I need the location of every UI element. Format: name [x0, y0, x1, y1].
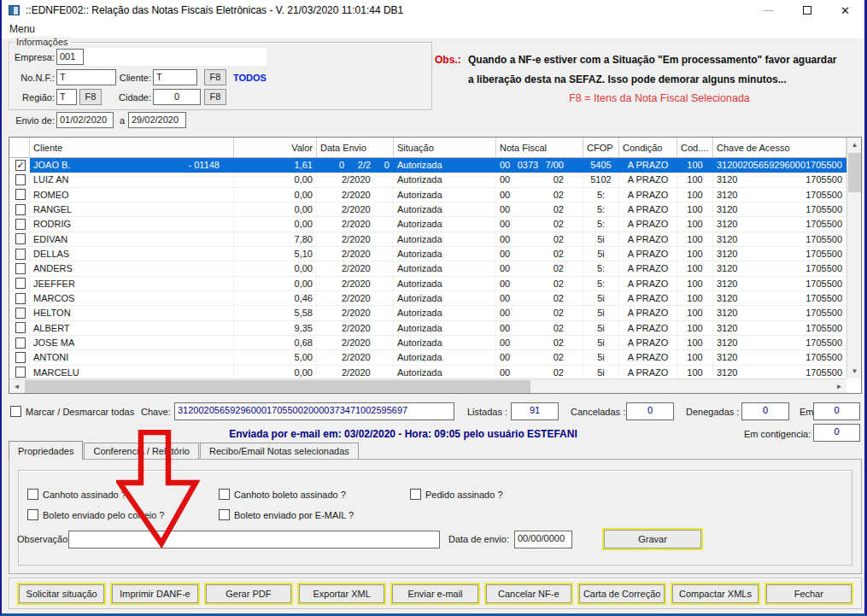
regiao-f8-button[interactable]: F8 [79, 89, 102, 105]
cell-condicao: A PRAZO [619, 188, 677, 202]
menu-item-menu[interactable]: Menu [2, 21, 43, 38]
chave-input[interactable]: 3120020565929600017055002000037347100259… [174, 402, 454, 420]
compactar-xmls-button[interactable]: Compactar XMLs [672, 584, 758, 603]
boleto-correio-checkbox[interactable] [27, 509, 38, 520]
gravar-button[interactable]: Gravar [604, 530, 701, 549]
column-header-cliente[interactable]: Cliente [30, 138, 234, 158]
carta-correcao-button[interactable]: Carta de Correção [579, 584, 665, 603]
column-header-row-select[interactable] [9, 138, 30, 158]
row-checkbox[interactable] [15, 367, 26, 378]
table-body: ✓JOAO B.- 011481,6102/20Autorizada000373… [9, 158, 846, 380]
minimize-button[interactable]: — [749, 0, 788, 21]
observacao-input[interactable] [68, 531, 440, 549]
table-row[interactable]: RODRIG0,002/2020Autorizada00025:A PRAZO1… [9, 217, 846, 232]
cell-valor: 9,35 [234, 321, 317, 336]
cell-data-envio: 2/2020 [317, 306, 394, 320]
table-row[interactable]: ✓JOAO B.- 011481,6102/20Autorizada000373… [9, 158, 846, 173]
horizontal-scrollbar[interactable]: ◄ ► [9, 378, 846, 393]
vertical-scroll-thumb[interactable] [848, 153, 861, 192]
empresa-input[interactable]: 001 [56, 49, 84, 65]
nonf-input[interactable]: T [56, 69, 116, 85]
row-checkbox[interactable] [15, 278, 26, 289]
table-row[interactable]: ALBERT9,352/2020Autorizada00025iA PRAZO1… [9, 321, 846, 336]
row-checkbox[interactable] [15, 263, 26, 274]
cell-situacao: Autorizada [394, 321, 496, 336]
cell-valor: 0,00 [234, 202, 317, 217]
envio-ate-input[interactable]: 29/02/2020 [128, 112, 186, 128]
solicitar-situacao-button[interactable]: Solicitar situação [19, 584, 104, 603]
column-header-chave-de-acesso[interactable]: Chave de Acesso [713, 138, 846, 158]
tab-propriedades[interactable]: Propriedades [9, 441, 83, 460]
row-checkbox[interactable] [15, 337, 26, 349]
column-header-data-envio[interactable]: Data Envio [317, 138, 394, 158]
row-checkbox[interactable] [15, 308, 26, 319]
row-checkbox[interactable]: ✓ [15, 160, 26, 171]
data-envio-input[interactable]: 00/00/0000 [514, 531, 572, 549]
table-row[interactable]: ANDERS0,002/2020Autorizada00025:A PRAZO1… [9, 261, 846, 276]
pedido-assinado-checkbox[interactable] [410, 489, 421, 500]
gerar-pdf-button[interactable]: Gerar PDF [206, 584, 291, 603]
cancelar-nfe-button[interactable]: Cancelar NF-e [486, 584, 571, 603]
close-button[interactable]: ✕ [826, 0, 864, 21]
canhoto-boleto-checkbox[interactable] [219, 489, 230, 500]
row-checkbox[interactable] [15, 293, 26, 304]
canhoto-assinado-checkbox[interactable] [27, 489, 38, 500]
scroll-up-icon[interactable]: ▲ [847, 138, 862, 152]
table-row[interactable]: RANGEL0,002/2020Autorizada00025:A PRAZO1… [9, 202, 846, 217]
cell-valor: 7,80 [234, 232, 317, 247]
cell-nota-fiscal: 0003737/00 [496, 158, 583, 173]
table-row[interactable]: JEEFFER0,002/2020Autorizada00025:A PRAZO… [9, 277, 846, 291]
cell-chave-de-acesso: 31201705500 [713, 306, 846, 320]
table-row[interactable]: ROMEO0,002/2020Autorizada00025:A PRAZO10… [9, 188, 846, 202]
column-header-condicao[interactable]: Condição [619, 138, 677, 158]
boleto-email-checkbox[interactable] [219, 509, 230, 520]
table-row[interactable]: HELTON5,582/2020Autorizada00025iA PRAZO1… [9, 306, 846, 320]
cliente-input[interactable]: T [153, 69, 197, 85]
row-checkbox[interactable] [15, 189, 26, 200]
cell-data-envio: 2/2020 [317, 188, 394, 202]
table-row[interactable]: JOSE MA0,682/2020Autorizada00025iA PRAZO… [9, 336, 846, 350]
row-checkbox[interactable] [15, 174, 26, 185]
scroll-down-icon[interactable]: ▼ [847, 364, 862, 378]
scroll-right-icon[interactable]: ► [832, 379, 846, 394]
cell-row-select [9, 232, 30, 247]
em-processo-count: 0 [813, 402, 860, 420]
row-checkbox[interactable] [15, 352, 26, 363]
table-row[interactable]: DELLAS5,102/2020Autorizada00025iA PRAZO1… [9, 247, 846, 261]
cell-cfop: 5i [583, 350, 619, 365]
row-checkbox[interactable] [15, 219, 26, 230]
table-row[interactable]: EDIVAN7,802/2020Autorizada00025iA PRAZO1… [9, 232, 846, 247]
column-header-cfop[interactable]: CFOP [583, 138, 619, 158]
column-header-nota-fiscal[interactable]: Nota Fiscal [496, 138, 583, 158]
tab-recibo-email[interactable]: Recibo/Email Notas selecionadas [200, 443, 359, 460]
horizontal-scroll-thumb[interactable] [25, 380, 530, 393]
marcar-todas-checkbox[interactable] [10, 406, 21, 417]
row-checkbox[interactable] [15, 233, 26, 244]
cidade-f8-button[interactable]: F8 [204, 89, 226, 105]
column-header-cod[interactable]: Cod.... [677, 138, 713, 158]
maximize-button[interactable] [788, 0, 826, 21]
scroll-left-icon[interactable]: ◄ [9, 379, 24, 394]
column-header-situacao[interactable]: Situação [394, 138, 496, 158]
cell-situacao: Autorizada [394, 158, 496, 173]
regiao-input[interactable]: T [56, 89, 77, 105]
tab-strip: PropriedadesConferencia / RelatórioRecib… [9, 443, 360, 460]
cell-row-select [9, 306, 30, 320]
table-row[interactable]: MARCOS0,462/2020Autorizada00025iA PRAZO1… [9, 291, 846, 306]
exportar-xml-button[interactable]: Exportar XML [299, 584, 384, 603]
row-checkbox[interactable] [15, 204, 26, 215]
row-checkbox[interactable] [15, 249, 26, 260]
table-row[interactable]: LUIZ AN0,002/2020Autorizada00025102A PRA… [9, 173, 846, 187]
enviar-email-button[interactable]: Enviar e-mail [392, 584, 477, 603]
canceladas-label: Canceladas : [571, 407, 625, 417]
column-header-valor[interactable]: Valor [234, 138, 317, 158]
row-checkbox[interactable] [15, 322, 26, 333]
tab-conferencia-relatorio[interactable]: Conferencia / Relatório [84, 443, 199, 460]
cidade-input[interactable]: 0 [153, 89, 201, 105]
cliente-f8-button[interactable]: F8 [204, 69, 226, 85]
imprimir-danfe-button[interactable]: Imprimir DANF-e [112, 584, 197, 603]
fechar-button[interactable]: Fechar [766, 584, 852, 603]
vertical-scrollbar[interactable]: ▲ ▼ [846, 138, 861, 378]
table-row[interactable]: ANTONI5,002/2020Autorizada00025iA PRAZO1… [9, 350, 846, 365]
envio-de-input[interactable]: 01/02/2020 [56, 112, 114, 128]
